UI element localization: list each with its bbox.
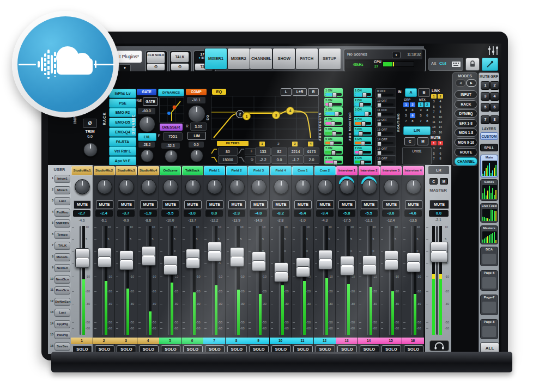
fader-track[interactable] [190,226,192,335]
aux-effects-send[interactable]: 6 ON [324,137,343,145]
aux-handle[interactable] [377,151,382,156]
channel-name[interactable]: Com 2 [314,166,336,175]
routing-b-button[interactable]: B [418,88,430,97]
fader-handle[interactable] [296,258,310,277]
routing-mtx-2[interactable]: 2 [425,102,430,107]
user-button-talk[interactable]: TALK [55,242,70,250]
user-button-mixer1[interactable]: Mixer1 [55,186,70,194]
eq-band-gain[interactable]: -1.7 [288,156,304,164]
fader-handle[interactable] [75,248,89,268]
fader-track[interactable] [323,226,324,335]
aux-handle[interactable] [332,93,337,97]
user-button-savses[interactable]: SavSes [55,342,70,351]
aux-handle[interactable] [360,160,365,165]
routing-grp-3[interactable]: 3 [403,108,409,113]
channel-name[interactable]: Field 3 [248,166,269,175]
channel-name[interactable]: Field 4 [270,166,292,175]
user-button-nextscn[interactable]: NextScn [55,275,70,284]
master-c-button[interactable]: C [429,178,438,185]
mutegrid-6[interactable]: 6 [438,151,443,156]
gate-knob[interactable] [139,116,155,132]
link-1[interactable]: 1 [431,94,437,99]
user-button-tempo[interactable]: Tempo [55,231,70,239]
tab-mixer2[interactable]: MIXER2 [227,48,250,70]
fader-handle[interactable] [252,252,266,271]
link-5[interactable]: 5 [431,105,437,109]
tab-setup[interactable]: SETUP [318,48,341,70]
aux-monitor-send[interactable]: 7 ON [354,146,372,155]
rack-plugin[interactable]: Vcl Rdr L [109,146,136,156]
channel-knob[interactable] [406,179,421,194]
layer-page-sends[interactable]: Sends [480,179,498,201]
aux-handle[interactable] [362,93,367,97]
eq-tag[interactable]: EQ [212,89,226,95]
channel-name[interactable]: Interview 1 [336,166,358,175]
eq-band-freq[interactable]: 82 [271,148,287,156]
mute-button[interactable]: MUTE [140,200,158,209]
user-button-intvw1[interactable]: Intvw1 [55,175,70,183]
routing-mtx-5[interactable]: 5 [418,113,423,118]
mute-button[interactable]: MUTE [294,200,312,209]
mode-channel[interactable]: CHANNEL [455,157,477,166]
scene-dropdown-icon[interactable]: ▼ [392,52,401,58]
mute-button[interactable]: MUTE [74,200,91,209]
aux-monitor-send[interactable]: 2 ON [354,98,372,107]
mutegrid-7[interactable]: 7 [431,156,437,161]
clr-solo-gear-icon[interactable]: ⚙ [147,63,165,71]
lpf-value[interactable]: 15000 [218,156,238,164]
routing-grp-2[interactable]: 2 [410,102,415,107]
mute-button[interactable]: MUTE [338,200,356,209]
aux-effects-send[interactable]: 2 ON [324,98,343,107]
link-9[interactable]: 9 [431,115,437,119]
channel-name[interactable]: StudioMic4 [138,166,159,175]
link-8[interactable]: 8 [438,109,443,114]
routing-mtx-3[interactable]: 3 [418,108,423,113]
lim-button[interactable]: LIM [187,132,206,140]
fader-track[interactable] [367,226,368,335]
mutegrid-4[interactable]: 4 [438,146,443,150]
link-10[interactable]: 10 [438,115,443,119]
aux-effects-send[interactable]: 4 ON [324,117,343,126]
custom-button[interactable]: CUSTOM [480,132,498,140]
eq-graph[interactable]: 2134 [211,96,319,140]
mutegrid-3[interactable]: 3 [431,146,437,150]
eq-band-header[interactable]: 4 [308,142,313,146]
aux-handle[interactable] [377,112,382,117]
fader-handle[interactable] [318,250,332,270]
fader-handle[interactable] [384,250,398,270]
rack-plugin[interactable]: InPhs Lv [109,89,136,98]
channel-name[interactable]: TalkBack [182,166,203,175]
mute-button[interactable]: MUTE [317,200,334,209]
lvl-button[interactable]: LVL [138,133,156,141]
channel-knob[interactable] [340,179,355,194]
layer-page-page6[interactable]: Page-6 [480,270,498,291]
eq-band-freq[interactable]: 6173 [304,148,319,156]
fader-handle[interactable] [230,247,244,267]
fader-track[interactable] [344,226,346,335]
mutegrid-5[interactable]: 5 [431,151,437,156]
fader-handle[interactable] [407,253,421,272]
aux-handle[interactable] [335,112,339,117]
routing-name-box[interactable]: Untd1 [402,147,432,164]
mute-button[interactable]: MUTE [118,200,135,209]
user-button-cpyplg[interactable]: CpyPlg [55,320,70,328]
user-button-muteal[interactable]: MuteAL [55,253,70,261]
aux-handle[interactable] [359,102,364,107]
fader-track[interactable] [300,226,302,335]
aux-handle[interactable] [377,122,382,127]
mute-button[interactable]: MUTE [272,200,290,209]
routing-grp-8[interactable]: 8 [410,119,415,124]
fader-handle[interactable] [142,246,156,266]
aux-monitor-send[interactable]: 4 ON [354,117,372,126]
channel-name[interactable]: Com 1 [292,166,313,175]
deesser-button[interactable]: DeESSER [160,124,183,131]
link-16[interactable]: 16 [438,130,443,134]
fader-handle[interactable] [431,242,448,262]
fader-handle[interactable] [274,262,288,282]
channel-knob[interactable] [318,179,333,194]
routing-lr-button[interactable]: L/R [403,126,431,135]
mute-grp-5[interactable]: 5 [481,103,490,112]
channel-name[interactable]: Field 1 [204,166,225,175]
aux-handle[interactable] [333,160,337,165]
modes-next-button[interactable]: ▶ [467,79,476,87]
